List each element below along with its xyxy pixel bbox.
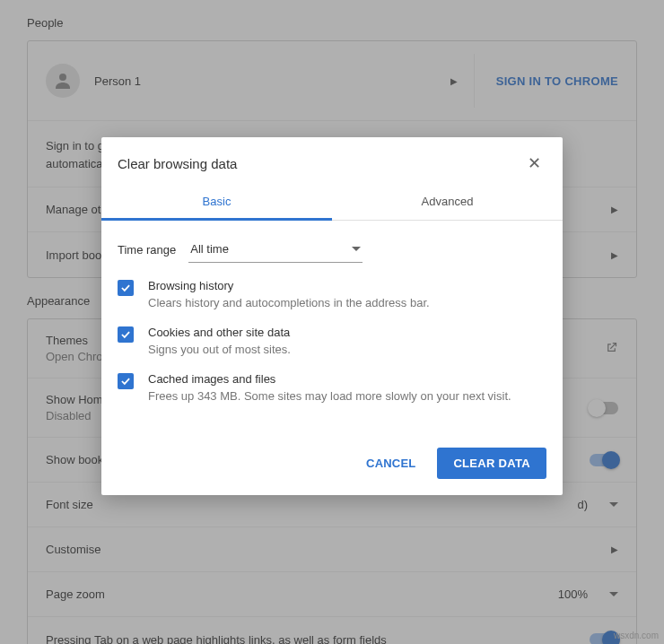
dialog-title: Clear browsing data — [118, 156, 237, 171]
check-title: Cached images and files — [148, 372, 511, 386]
check-title: Browsing history — [148, 279, 430, 292]
checkbox-history[interactable] — [118, 280, 134, 296]
modal-overlay: Clear browsing data ✕ Basic Advanced Tim… — [0, 0, 664, 644]
check-browsing-history[interactable]: Browsing history Clears history and auto… — [118, 279, 546, 309]
check-sub: Frees up 343 MB. Some sites may load mor… — [148, 389, 511, 403]
checkbox-cache[interactable] — [118, 373, 134, 389]
cancel-button[interactable]: CANCEL — [354, 448, 428, 479]
watermark: wsxdn.com — [614, 631, 659, 640]
tab-advanced[interactable]: Advanced — [332, 184, 563, 220]
checkbox-cookies[interactable] — [118, 326, 134, 343]
time-range-label: Time range — [118, 243, 176, 257]
check-sub: Clears history and autocompletions in th… — [148, 296, 430, 309]
check-cache[interactable]: Cached images and files Frees up 343 MB.… — [118, 372, 546, 403]
tab-basic[interactable]: Basic — [101, 184, 332, 220]
dialog-tabs: Basic Advanced — [101, 184, 563, 221]
time-range-select[interactable]: All time — [188, 237, 363, 263]
time-range-value: All time — [190, 242, 229, 256]
clear-browsing-dialog: Clear browsing data ✕ Basic Advanced Tim… — [101, 137, 563, 495]
check-cookies[interactable]: Cookies and other site data Signs you ou… — [118, 326, 546, 356]
check-sub: Signs you out of most sites. — [148, 343, 291, 356]
clear-data-button[interactable]: CLEAR DATA — [437, 448, 546, 479]
dropdown-arrow-icon — [352, 247, 361, 251]
check-title: Cookies and other site data — [148, 326, 291, 339]
close-icon[interactable]: ✕ — [524, 152, 545, 175]
